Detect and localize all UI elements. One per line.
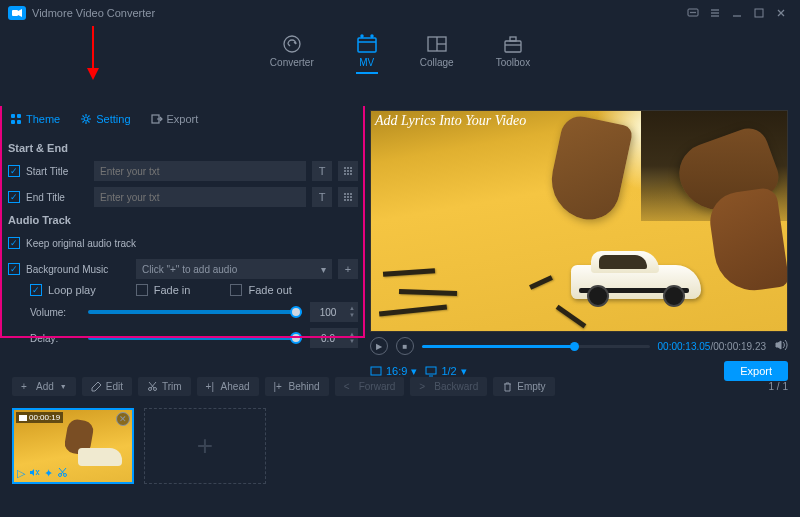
svg-point-34: [350, 167, 352, 169]
preview-overlay-text: Add Lyrics Into Your Video: [375, 113, 526, 129]
trim-button[interactable]: Trim: [138, 377, 191, 396]
svg-rect-51: [426, 367, 436, 374]
start-title-checkbox[interactable]: ✓: [8, 165, 20, 177]
volume-label: Volume:: [30, 307, 80, 318]
start-title-text-style[interactable]: T: [312, 161, 332, 181]
svg-rect-55: [19, 415, 27, 421]
clip-thumbnail[interactable]: 00:00:19 ✕ ▷ ✦: [12, 408, 134, 484]
keep-audio-label: Keep original audio track: [26, 238, 136, 249]
nav-collage[interactable]: Collage: [420, 34, 454, 72]
start-title-grid-icon[interactable]: [338, 161, 358, 181]
bg-music-checkbox[interactable]: ✓: [8, 263, 20, 275]
svg-rect-28: [11, 120, 15, 124]
svg-point-40: [350, 173, 352, 175]
svg-rect-27: [17, 114, 21, 118]
svg-point-39: [347, 173, 349, 175]
main-nav: Converter MV Collage Toolbox: [0, 26, 800, 80]
nav-converter[interactable]: Converter: [270, 34, 314, 72]
settings-panel: Start & End ✓ Start Title T ✓ End Title …: [0, 132, 366, 362]
screen-ratio-select[interactable]: 1/2 ▾: [425, 365, 466, 378]
add-clip-placeholder[interactable]: +: [144, 408, 266, 484]
remove-clip-icon[interactable]: ✕: [116, 412, 130, 426]
svg-rect-23: [505, 41, 521, 52]
close-button[interactable]: [770, 2, 792, 24]
svg-point-4: [695, 12, 696, 13]
chevron-down-icon: ▾: [461, 365, 467, 378]
minimize-button[interactable]: [726, 2, 748, 24]
loop-checkbox[interactable]: ✓: [30, 284, 42, 296]
nav-toolbox[interactable]: Toolbox: [496, 34, 530, 72]
menu-icon[interactable]: [704, 2, 726, 24]
svg-point-45: [347, 196, 349, 198]
bg-music-select[interactable]: Click "+" to add audio ▾: [136, 259, 332, 279]
fadeout-label: Fade out: [248, 284, 291, 296]
app-title: Vidmore Video Converter: [32, 7, 155, 19]
empty-button[interactable]: Empty: [493, 377, 554, 396]
volume-slider[interactable]: [88, 310, 302, 314]
svg-point-30: [84, 117, 88, 121]
aspect-select[interactable]: 16:9 ▾: [370, 365, 417, 378]
tab-setting[interactable]: Setting: [70, 106, 140, 132]
svg-point-37: [350, 170, 352, 172]
stop-button[interactable]: ■: [396, 337, 414, 355]
edit-button[interactable]: Edit: [82, 377, 132, 396]
annotation-highlight: [0, 80, 800, 106]
delay-spinbox[interactable]: 0.0▲▼: [310, 328, 358, 348]
thumb-play-icon[interactable]: ▷: [17, 467, 25, 480]
svg-point-33: [347, 167, 349, 169]
svg-point-44: [344, 196, 346, 198]
end-title-input[interactable]: [94, 187, 306, 207]
end-title-text-style[interactable]: T: [312, 187, 332, 207]
svg-point-48: [347, 199, 349, 201]
keep-audio-checkbox[interactable]: ✓: [8, 237, 20, 249]
ahead-button[interactable]: +|Ahead: [197, 377, 259, 396]
nav-mv[interactable]: MV: [356, 34, 378, 72]
svg-point-49: [350, 199, 352, 201]
forward-button[interactable]: <Forward: [335, 377, 405, 396]
preview-area: Add Lyrics Into Your Video: [370, 110, 788, 332]
time-display: 00:00:13.05/00:00:19.23: [658, 341, 766, 352]
page-indicator: 1 / 1: [769, 381, 788, 392]
export-button[interactable]: Export: [724, 361, 788, 381]
play-button[interactable]: ▶: [370, 337, 388, 355]
volume-spinbox[interactable]: 100▲▼: [310, 302, 358, 322]
loop-label: Loop play: [48, 284, 96, 296]
end-title-grid-icon[interactable]: [338, 187, 358, 207]
start-title-input[interactable]: [94, 161, 306, 181]
fadein-checkbox[interactable]: ✓: [136, 284, 148, 296]
thumb-trim-icon[interactable]: [57, 467, 68, 480]
tab-theme[interactable]: Theme: [0, 106, 70, 132]
progress-bar[interactable]: [422, 345, 650, 348]
backward-button[interactable]: >Backward: [410, 377, 487, 396]
audio-heading: Audio Track: [8, 214, 358, 226]
thumb-star-icon[interactable]: ✦: [44, 467, 53, 480]
add-audio-button[interactable]: +: [338, 259, 358, 279]
maximize-button[interactable]: [748, 2, 770, 24]
svg-point-3: [693, 12, 694, 13]
behind-button[interactable]: |+Behind: [265, 377, 329, 396]
tab-export[interactable]: Export: [141, 106, 209, 132]
delay-label: Delay:: [30, 333, 80, 344]
add-button[interactable]: +Add▼: [12, 377, 76, 396]
thumb-mute-icon[interactable]: [29, 467, 40, 480]
playback-bar: ▶ ■ 00:00:13.05/00:00:19.23: [370, 334, 788, 358]
fadein-label: Fade in: [154, 284, 191, 296]
svg-point-47: [344, 199, 346, 201]
svg-point-2: [691, 12, 692, 13]
svg-rect-26: [11, 114, 15, 118]
delay-slider[interactable]: [88, 336, 302, 340]
bg-music-label: Background Music: [26, 264, 130, 275]
thumbnail-strip: 00:00:19 ✕ ▷ ✦ +: [0, 400, 800, 490]
svg-point-41: [344, 193, 346, 195]
svg-point-35: [344, 170, 346, 172]
svg-point-36: [347, 170, 349, 172]
volume-icon[interactable]: [774, 338, 788, 354]
feedback-icon[interactable]: [682, 2, 704, 24]
svg-rect-29: [17, 120, 21, 124]
duration-badge: 00:00:19: [16, 412, 63, 423]
end-title-checkbox[interactable]: ✓: [8, 191, 20, 203]
svg-rect-50: [371, 367, 381, 375]
end-title-label: End Title: [26, 192, 88, 203]
fadeout-checkbox[interactable]: ✓: [230, 284, 242, 296]
sub-tabs: Theme Setting Export: [0, 106, 366, 132]
